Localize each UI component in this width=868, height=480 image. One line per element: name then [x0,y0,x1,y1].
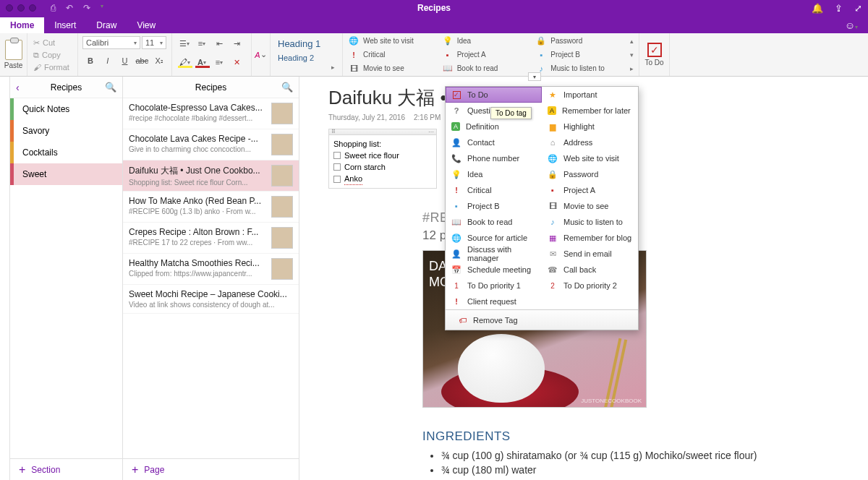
tag-idea[interactable]: 💡Idea [440,35,532,47]
add-section-button[interactable]: + Section [10,458,122,480]
subscript-button[interactable]: X₂ [151,53,167,68]
undo-icon[interactable]: ↶ [66,3,73,13]
page-item[interactable]: Chocolate Lava Cakes Recipe -...Give in … [123,129,299,160]
tag-menu-item[interactable]: !Client request [446,293,542,309]
tag-menu-item[interactable]: ✓To Do [446,87,542,103]
indent-button[interactable]: ⇥ [229,36,244,51]
page-item[interactable]: Sweet Mochi Recipe – Japanese Cooki...Vi… [123,285,299,314]
tag-projectb[interactable]: ▪Project B [533,48,626,61]
style-heading2[interactable]: Heading 2 [278,53,335,62]
tag-menu-item[interactable]: 📖Book to read [446,214,542,230]
tag-menu-item[interactable]: ▦Remember for blog [542,230,638,246]
tab-home[interactable]: Home [0,17,44,33]
section-item[interactable]: Sweet [10,163,122,185]
tag-menu-item[interactable]: 🎞Movie to see [542,198,638,214]
min-dot[interactable] [17,4,25,12]
tag-menu-item[interactable]: 1To Do priority 1 [446,278,542,293]
highlight-button[interactable]: 🖍▾ [176,55,192,69]
tag-menu-item[interactable]: ▪Project B [446,198,542,214]
page-item[interactable]: Crepes Recipe : Alton Brown : F...#RECIP… [123,223,299,254]
tab-insert[interactable]: Insert [44,17,86,33]
italic-button[interactable]: I [100,53,116,68]
tag-menu-item[interactable]: 2To Do priority 2 [542,278,638,293]
page-item[interactable]: How To Make Anko (Red Bean P...#RECIPE 6… [123,192,299,223]
font-color-button[interactable]: A▾ [194,55,210,69]
section-item[interactable]: Cocktails [10,142,122,163]
checkbox-icon[interactable] [333,176,341,183]
tags-down-icon[interactable]: ▾ [627,48,636,61]
font-family-select[interactable]: Calibri▾ [82,36,140,49]
zoom-dot[interactable] [29,4,36,12]
clear-format-button[interactable]: ✕ [229,55,244,69]
page-item[interactable]: Chocolate-Espresso Lava Cakes...#recipe … [123,98,299,129]
share-icon[interactable]: ⇪ [835,3,843,14]
tag-menu-item[interactable]: 🌐Web site to visit [542,150,638,166]
add-page-button[interactable]: + Page [123,458,299,480]
tag-website[interactable]: 🌐Web site to visit [346,35,438,47]
styles-expand-icon[interactable]: ▸ [331,64,335,71]
tag-menu-item[interactable] [542,293,638,309]
clear-format-icon[interactable]: A⌄ [253,48,269,62]
tag-music[interactable]: ♪Music to listen to [533,62,626,74]
container-handle[interactable]: ⠿⋯ [329,129,436,135]
tag-menu-item[interactable]: ▪Project A [542,182,638,198]
checkbox-icon[interactable] [333,163,341,171]
bullets-button[interactable]: ☰▾ [176,36,192,51]
tag-menu-item[interactable]: 🌐Source for article [446,230,542,246]
close-dot[interactable] [6,4,13,12]
style-heading1[interactable]: Heading 1 [278,38,335,49]
format-painter-button[interactable]: 🖌Format [32,62,73,72]
tag-menu-item[interactable]: ★Important [542,87,638,103]
tag-password[interactable]: 🔒Password [533,35,626,47]
tag-critical[interactable]: !Critical [346,48,438,61]
page-item[interactable]: Daifuku 大福 • Just One Cookbo...Shopping … [123,160,299,192]
qat-caret-icon[interactable]: ▾ [101,3,103,13]
nb-tab-1[interactable] [0,77,9,97]
strike-button[interactable]: abc [134,53,150,68]
tag-projecta[interactable]: ▪Project A [440,48,532,61]
remove-tag-button[interactable]: 🏷 Remove Tag [446,309,638,330]
font-size-select[interactable]: 11▾ [142,36,166,49]
page-item[interactable]: Healthy Matcha Smoothies Reci...Clipped … [123,254,299,285]
tag-book[interactable]: 📖Book to read [440,62,532,74]
tag-menu-item[interactable]: 👤Discuss with manager [446,246,542,262]
tab-draw[interactable]: Draw [86,17,127,33]
tag-menu-item[interactable]: ADefinition [446,119,542,134]
shopping-item[interactable]: Sweet rice flour [333,150,432,161]
tag-menu-item[interactable]: 💡Idea [446,166,542,182]
redo-icon[interactable]: ↷ [83,3,90,13]
copy-button[interactable]: ⧉Copy [32,50,73,61]
bold-button[interactable]: B [82,53,98,68]
bell-icon[interactable]: 🔔 [812,3,823,14]
save-icon[interactable]: ⎙ [51,3,56,13]
outdent-button[interactable]: ⇤ [211,36,227,51]
tags-expand-icon[interactable]: ▸ [627,62,636,74]
shopping-container[interactable]: ⠿⋯ Shopping list: Sweet rice flour Corn … [328,129,437,189]
tag-menu-item[interactable]: 📞Phone number [446,150,542,166]
tag-menu-item[interactable]: ⌂Address [542,134,638,150]
search-icon-2[interactable]: 🔍 [281,82,293,93]
numbering-button[interactable]: ≡▾ [194,36,210,51]
section-item[interactable]: Savory [10,120,122,142]
search-icon[interactable]: 🔍 [105,82,116,93]
tag-menu-item[interactable]: ✉Send in email [542,246,638,262]
section-item[interactable]: Quick Notes [10,98,122,120]
align-button[interactable]: ≡▾ [211,55,227,69]
fullscreen-icon[interactable]: ⤢ [854,3,862,14]
tag-menu-item[interactable]: ♪Music to listen to [542,214,638,230]
feedback-smile-icon[interactable]: ☺︎▾ [841,17,862,33]
checkbox-icon[interactable] [333,152,341,159]
shopping-item[interactable]: Corn starch [333,161,432,173]
cut-button[interactable]: ✂Cut [32,38,73,48]
tag-menu-item[interactable]: ARemember for later [542,103,638,119]
paste-button[interactable]: Paste [0,33,27,76]
tag-menu-item[interactable]: 📅Schedule meeting [446,262,542,278]
tag-menu-item[interactable]: 👤Contact [446,134,542,150]
styles-gallery[interactable]: Heading 1 Heading 2 ▸ [271,33,343,76]
tag-movie[interactable]: 🎞Movie to see [346,62,438,74]
tag-menu-item[interactable]: ☎Call back [542,262,638,278]
todo-button[interactable]: ✓ To Do [639,33,670,76]
tags-up-icon[interactable]: ▴ [627,35,636,47]
back-icon[interactable]: ‹ [16,82,20,93]
tab-view[interactable]: View [127,17,166,33]
